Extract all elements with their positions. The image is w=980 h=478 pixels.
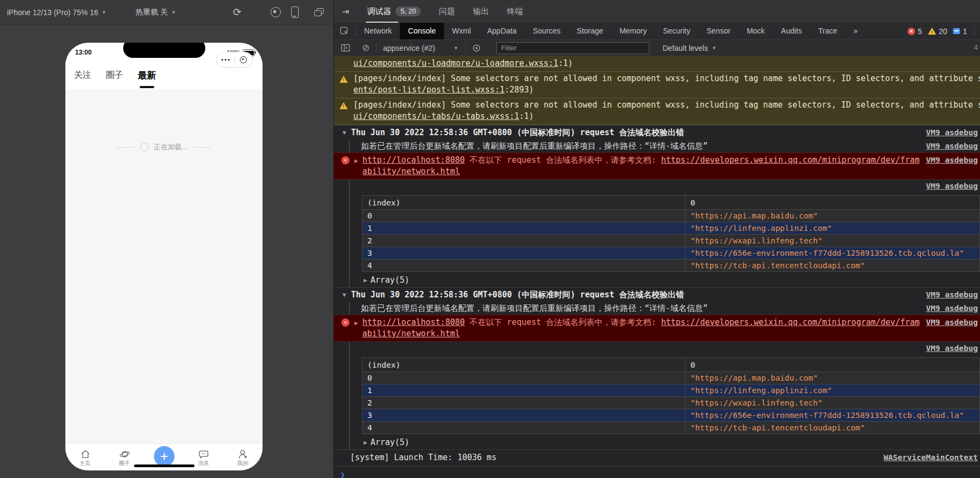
- tab-appdata[interactable]: AppData: [479, 23, 525, 39]
- wxss-file-link[interactable]: ui/components/u-loadmore/u-loadmore.wxss…: [353, 58, 558, 68]
- source-link[interactable]: VM9 asdebug: [926, 317, 978, 328]
- error-text-line1: http://localhost:8080 不在以下 request 合法域名列…: [363, 155, 919, 166]
- console-warning-row: ![pages/index/index] Some selectors are …: [334, 72, 980, 98]
- close-target-icon[interactable]: [235, 56, 253, 63]
- group-header-text: Thu Jun 30 2022 12:58:36 GMT+0800 (中国标准时…: [351, 289, 919, 301]
- refresh-button[interactable]: ⟳: [229, 0, 245, 24]
- plus-button[interactable]: [154, 446, 174, 467]
- table-row[interactable]: 1"https://linfeng.applinzi.com": [363, 222, 980, 235]
- filter-input[interactable]: [496, 42, 649, 54]
- tab-audits[interactable]: Audits: [773, 23, 810, 39]
- domain-table: (index)00"https://api.map.baidu.com"1"ht…: [362, 357, 980, 434]
- log-levels-selector[interactable]: Default levels ▼: [662, 44, 716, 52]
- docs-link-wrap[interactable]: ability/network.html: [363, 329, 460, 338]
- live-expression-button[interactable]: [466, 44, 487, 52]
- source-link[interactable]: WAServiceMainContext: [883, 452, 978, 463]
- docs-link[interactable]: https://developers.weixin.qq.com/minipro…: [661, 155, 919, 165]
- panel-tab-输出[interactable]: 输出: [473, 0, 489, 23]
- panel-tab-调试器[interactable]: 调试器5, 20: [367, 0, 421, 23]
- localhost-link[interactable]: http://localhost:8080: [363, 317, 465, 327]
- debugger-panel: ⇥ 调试器5, 20问题输出终端 NetworkConsoleWxmlAppDa…: [333, 0, 980, 478]
- table-index-cell: 1: [363, 222, 686, 235]
- panel-tab-问题[interactable]: 问题: [439, 0, 455, 23]
- source-link[interactable]: VM9 asdebug: [926, 127, 978, 138]
- inspect-element-button[interactable]: [334, 26, 355, 36]
- table-row[interactable]: 0"https://api.map.baidu.com": [363, 372, 980, 384]
- localhost-link[interactable]: http://localhost:8080: [363, 155, 465, 165]
- phone-nav-tab-最新[interactable]: 最新: [138, 69, 156, 82]
- expand-triangle-icon[interactable]: ▶: [364, 437, 367, 449]
- group-header-text: Thu Jun 30 2022 12:58:36 GMT+0800 (中国标准时…: [351, 127, 919, 138]
- clear-console-button[interactable]: ⊘: [355, 42, 376, 54]
- table-row[interactable]: 3"https://656e-environment-f77ddd-125891…: [363, 409, 980, 422]
- table-header-cell[interactable]: (index): [363, 358, 686, 372]
- context-selector[interactable]: appservice (#2) ▼: [383, 44, 458, 52]
- multi-window-button[interactable]: [311, 0, 326, 24]
- table-row[interactable]: 4"https://tcb-api.tencentcloudapi.com": [363, 422, 980, 434]
- collapse-triangle-icon[interactable]: ▼: [343, 127, 346, 139]
- tab-sources[interactable]: Sources: [525, 23, 568, 39]
- expand-triangle-icon[interactable]: ▶: [364, 275, 367, 287]
- tab-network[interactable]: Network: [356, 23, 400, 39]
- expand-triangle-icon[interactable]: ▶: [354, 317, 358, 329]
- source-link[interactable]: VM9 asdebug: [926, 342, 978, 354]
- hot-reload-selector[interactable]: 热重载 关 ▼: [136, 8, 176, 17]
- console-group-header[interactable]: ▼Thu Jun 30 2022 12:58:36 GMT+0800 (中国标准…: [334, 287, 980, 302]
- info-text: 如若已在管理后台更新域名配置，请刷新项目配置后重新编译项目，操作路径：“详情-域…: [343, 140, 919, 152]
- table-row[interactable]: 1"https://linfeng.applinzi.com": [363, 384, 980, 397]
- console-group-header[interactable]: ▼Thu Jun 30 2022 12:58:36 GMT+0800 (中国标准…: [334, 125, 980, 140]
- panel-tab-终端[interactable]: 终端: [507, 0, 523, 23]
- wxss-file-link[interactable]: ui/components/u-tabs/u-tabs.wxss:1: [353, 111, 519, 121]
- capsule-button[interactable]: [216, 52, 253, 68]
- console-counters[interactable]: ✕ 5 ! 20 1: [908, 26, 975, 36]
- tab-sensor[interactable]: Sensor: [699, 23, 739, 39]
- console-prompt[interactable]: ❯: [334, 466, 980, 478]
- wxss-file-link[interactable]: ents/post-list/post-list.wxss:1: [353, 85, 505, 95]
- docs-link-wrap[interactable]: ability/network.html: [363, 167, 460, 176]
- error-text-line1: http://localhost:8080 不在以下 request 合法域名列…: [363, 317, 919, 328]
- table-header-cell[interactable]: (index): [363, 196, 686, 210]
- dock-panel-icon[interactable]: ⇥: [342, 6, 349, 17]
- source-link[interactable]: VM9 asdebug: [926, 302, 978, 314]
- phone-notch: [123, 43, 205, 58]
- console-array-row[interactable]: ▶Array(5): [334, 274, 980, 287]
- console-warning-row: ![pages/index/index] Some selectors are …: [334, 98, 980, 125]
- source-link[interactable]: VM9 asdebug: [926, 289, 978, 301]
- table-index-cell: 4: [363, 422, 686, 434]
- array-label: Array(5): [371, 436, 410, 448]
- source-link[interactable]: VM9 asdebug: [926, 180, 978, 192]
- phone-nav-tab-圈子[interactable]: 圈子: [106, 70, 123, 81]
- tab-console[interactable]: Console: [400, 23, 444, 39]
- home-indicator[interactable]: [134, 464, 194, 467]
- table-header-cell[interactable]: 0: [686, 358, 980, 372]
- table-row[interactable]: 2"https://wxapi.linfeng.tech": [363, 235, 980, 247]
- phone-nav-tab-关注[interactable]: 关注: [74, 70, 91, 81]
- tab-security[interactable]: Security: [655, 23, 699, 39]
- table-row[interactable]: 4"https://tcb-api.tencentcloudapi.com": [363, 260, 980, 272]
- table-row[interactable]: 0"https://api.map.baidu.com": [363, 210, 980, 222]
- sidebar-toggle-button[interactable]: [335, 44, 355, 52]
- tab-wxml[interactable]: Wxml: [444, 23, 479, 39]
- table-header-cell[interactable]: 0: [686, 196, 980, 210]
- device-selector[interactable]: iPhone 12/13 (Pro) 75% 16 ▼: [7, 8, 106, 17]
- table-row[interactable]: 3"https://656e-environment-f77ddd-125891…: [363, 247, 980, 260]
- docs-link[interactable]: https://developers.weixin.qq.com/minipro…: [661, 317, 919, 327]
- tabbar-item-主页[interactable]: 主页: [65, 444, 105, 470]
- tabbar-label: 圈子: [119, 461, 130, 466]
- tab-»[interactable]: »: [845, 23, 866, 39]
- tab-storage[interactable]: Storage: [569, 23, 612, 39]
- source-link[interactable]: VM9 asdebug: [926, 140, 978, 152]
- tab-memory[interactable]: Memory: [612, 23, 655, 39]
- expand-triangle-icon[interactable]: ▶: [354, 155, 358, 167]
- more-icon[interactable]: [217, 59, 234, 61]
- tabbar-item-我的[interactable]: 我的: [223, 444, 263, 470]
- console-array-row[interactable]: ▶Array(5): [334, 436, 980, 449]
- device-view-button[interactable]: [288, 0, 302, 24]
- collapse-triangle-icon[interactable]: ▼: [343, 289, 346, 301]
- console-info-row: 如若已在管理后台更新域名配置，请刷新项目配置后重新编译项目，操作路径：“详情-域…: [334, 140, 980, 152]
- tab-mock[interactable]: Mock: [739, 23, 773, 39]
- tab-trace[interactable]: Trace: [810, 23, 845, 39]
- table-row[interactable]: 2"https://wxapi.linfeng.tech": [363, 397, 980, 409]
- stop-button[interactable]: [267, 0, 284, 24]
- source-link[interactable]: VM9 asdebug: [926, 155, 978, 166]
